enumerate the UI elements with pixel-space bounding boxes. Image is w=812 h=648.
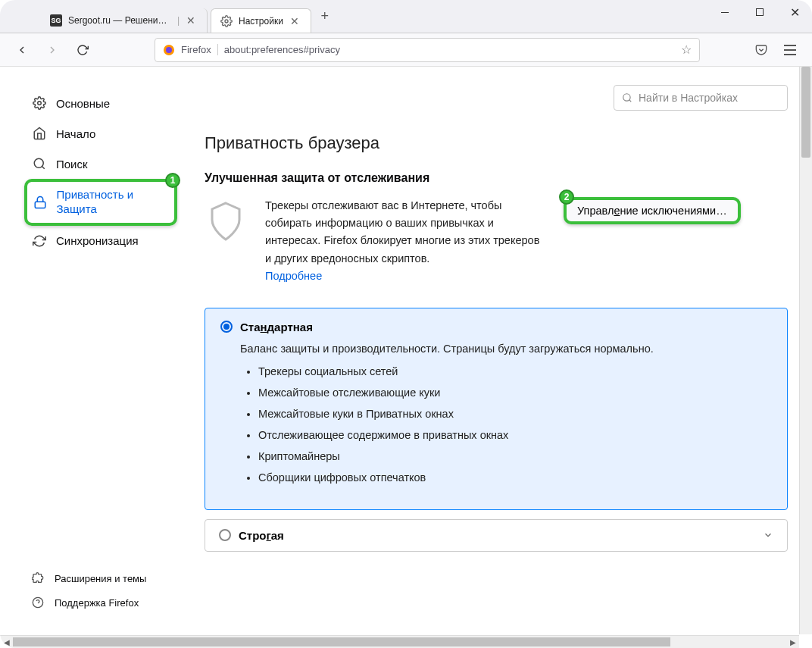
main-panel: Найти в Настройках Приватность браузера … [189, 67, 812, 634]
list-item: Криптомайнеры [258, 450, 772, 462]
maximize-button[interactable] [742, 0, 777, 24]
favicon-sergoot: SG [50, 14, 62, 27]
sidebar-item-extensions[interactable]: Расширения и темы [24, 566, 177, 590]
window-controls: ✕ [707, 0, 812, 33]
tab-label: Sergoot.ru — Решение ваших [68, 15, 171, 26]
shield-icon [205, 197, 247, 243]
sync-icon [32, 233, 47, 249]
tab-separator: | [177, 15, 180, 26]
toolbar: Firefox about:preferences#privacy ☆ [0, 33, 812, 67]
highlight-callout-1: 1 Приватность и Защита [24, 179, 177, 226]
protection-strict-card[interactable]: Строгая [205, 519, 788, 552]
sidebar-item-search[interactable]: Поиск [24, 149, 177, 179]
svg-point-9 [34, 158, 43, 167]
svg-point-4 [166, 47, 172, 53]
close-icon[interactable]: ✕ [186, 15, 196, 26]
sidebar-item-label: Синхронизация [56, 234, 139, 247]
list-item: Межсайтовые куки в Приватных окнах [258, 408, 772, 420]
radio-label-strict: Строгая [239, 529, 284, 542]
sidebar-item-label: Поддержка Firefox [55, 597, 139, 609]
tab-sergoot[interactable]: SG Sergoot.ru — Решение ваших | ✕ [41, 8, 208, 33]
sidebar-item-label: Расширения и темы [55, 573, 146, 584]
list-item: Межсайтовые отслеживающие куки [258, 387, 772, 399]
svg-rect-6 [784, 49, 796, 51]
new-tab-button[interactable]: + [314, 6, 336, 27]
sidebar-item-label: Поиск [56, 158, 88, 171]
svg-line-10 [42, 166, 44, 168]
learn-more-link[interactable]: Подробнее [265, 270, 322, 282]
scroll-left-icon[interactable]: ◀ [0, 636, 13, 649]
lock-icon [33, 195, 48, 210]
gear-icon [220, 15, 233, 27]
help-icon [30, 595, 45, 610]
scrollbar-thumb[interactable] [801, 67, 810, 158]
address-bar[interactable]: Firefox about:preferences#privacy ☆ [155, 38, 700, 62]
sidebar-item-privacy[interactable]: Приватность и Защита [33, 186, 168, 218]
list-item: Трекеры социальных сетей [258, 365, 772, 377]
desc-text: Трекеры отслеживают вас в Интернете, что… [265, 199, 539, 265]
bookmark-star-icon[interactable]: ☆ [681, 42, 692, 57]
tracking-description-row: Трекеры отслеживают вас в Интернете, что… [205, 197, 788, 285]
sidebar-item-support[interactable]: Поддержка Firefox [24, 590, 177, 615]
scrollbar-thumb[interactable] [13, 637, 670, 646]
tab-label: Настройки [239, 16, 283, 27]
callout-badge: 2 [559, 189, 574, 205]
search-placeholder: Найти в Настройках [639, 92, 738, 104]
radio-standard[interactable] [220, 321, 233, 333]
radio-strict[interactable] [219, 529, 231, 541]
content-area: Основные Начало Поиск 1 Приватность и За… [0, 67, 812, 634]
puzzle-icon [30, 571, 45, 586]
forward-button[interactable] [41, 39, 64, 61]
sidebar-item-sync[interactable]: Синхронизация [24, 226, 177, 256]
svg-rect-11 [36, 202, 46, 208]
subsection-title: Улучшенная защита от отслеживания [205, 171, 788, 185]
callout-badge: 1 [165, 173, 180, 188]
titlebar: SG Sergoot.ru — Решение ваших | ✕ Настро… [0, 0, 812, 33]
chevron-down-icon[interactable] [763, 530, 773, 540]
close-window-button[interactable]: ✕ [777, 0, 812, 24]
svg-rect-7 [784, 54, 796, 55]
svg-rect-2 [757, 9, 764, 16]
section-title: Приватность браузера [205, 133, 788, 153]
scroll-right-icon[interactable]: ▶ [786, 636, 799, 649]
standard-subtext: Баланс защиты и производительности. Стра… [240, 343, 772, 355]
horizontal-scrollbar[interactable]: ◀ ▶ [0, 635, 799, 648]
radio-label-standard: Стандартная [240, 321, 313, 333]
menu-button[interactable] [779, 39, 801, 61]
svg-line-15 [629, 100, 632, 102]
close-icon[interactable]: ✕ [289, 16, 300, 27]
tab-settings[interactable]: Настройки ✕ [211, 8, 311, 33]
firefox-icon [163, 44, 175, 56]
sidebar-bottom: Расширения и темы Поддержка Firefox [24, 566, 177, 622]
manage-exceptions-button[interactable]: 2 Управление исключениями… [564, 197, 741, 224]
home-icon [32, 126, 47, 141]
search-icon [622, 92, 632, 103]
url-text: about:preferences#privacy [224, 44, 675, 55]
svg-point-14 [623, 94, 630, 101]
tracking-description: Трекеры отслеживают вас в Интернете, что… [265, 197, 545, 285]
preferences-search-input[interactable]: Найти в Настройках [614, 85, 788, 111]
sidebar-item-label: Начало [56, 127, 95, 140]
pocket-icon[interactable] [750, 39, 773, 61]
svg-rect-1 [721, 12, 729, 13]
svg-point-8 [38, 102, 42, 105]
preferences-sidebar: Основные Начало Поиск 1 Приватность и За… [0, 67, 189, 634]
list-item: Отслеживающее содержимое в приватных окн… [258, 429, 772, 441]
reload-button[interactable] [71, 39, 94, 61]
standard-feature-list: Трекеры социальных сетей Межсайтовые отс… [258, 365, 772, 484]
protection-standard-card[interactable]: Стандартная Баланс защиты и производител… [205, 308, 788, 510]
sidebar-item-label: Основные [56, 97, 110, 110]
vertical-scrollbar[interactable] [799, 67, 812, 634]
list-item: Сборщики цифровых отпечатков [258, 471, 772, 484]
sidebar-item-label: Приватность и Защита [57, 188, 168, 217]
sidebar-item-home[interactable]: Начало [24, 118, 177, 149]
identity-label: Firefox [181, 44, 218, 55]
svg-point-0 [225, 20, 228, 23]
back-button[interactable] [11, 39, 33, 61]
minimize-button[interactable] [707, 0, 742, 24]
gear-icon [32, 95, 47, 111]
svg-rect-5 [784, 45, 796, 46]
sidebar-item-general[interactable]: Основные [24, 88, 177, 118]
search-icon [32, 156, 47, 171]
